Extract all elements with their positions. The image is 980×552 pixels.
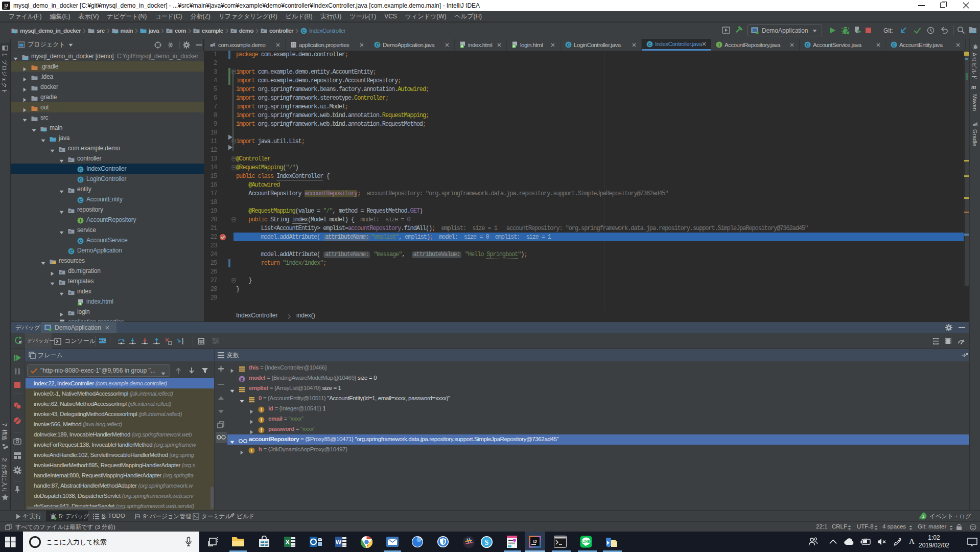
svg-text:H: H <box>461 44 463 48</box>
svg-text:C: C <box>79 167 82 172</box>
svg-text:C: C <box>648 41 651 47</box>
svg-text:I: I <box>718 42 720 48</box>
svg-text:C: C <box>302 28 306 33</box>
svg-text:IJ: IJ <box>5 3 8 8</box>
svg-text:C: C <box>79 239 82 244</box>
svg-text:1: 1 <box>922 514 924 519</box>
svg-text:H: H <box>79 302 81 306</box>
svg-text:C: C <box>567 42 570 48</box>
svg-text:C: C <box>892 42 896 48</box>
svg-text:I: I <box>80 218 81 223</box>
svg-text:C: C <box>806 42 809 48</box>
svg-text:S: S <box>485 539 489 546</box>
svg-text:C: C <box>79 177 82 182</box>
svg-text:H: H <box>513 44 516 48</box>
svg-text:LINE: LINE <box>582 540 590 543</box>
svg-text:p: p <box>241 376 244 382</box>
svg-text:C: C <box>79 198 82 203</box>
svg-text:W: W <box>336 539 342 546</box>
svg-text:IJ: IJ <box>533 539 537 544</box>
svg-text:X: X <box>285 538 290 546</box>
